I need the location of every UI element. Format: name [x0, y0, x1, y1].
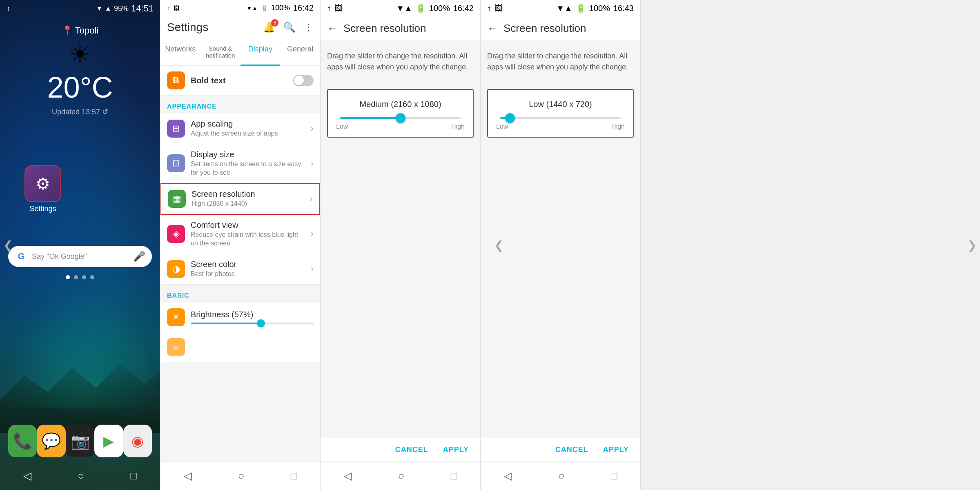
settings-signal-icon: ↑: [167, 4, 170, 12]
res-medium-nav-recent-button[interactable]: □: [451, 470, 457, 482]
app-scaling-text: App scaling Adjust the screen size of ap…: [191, 119, 305, 138]
comfort-view-row[interactable]: ◈ Comfort view Reduce eye strain with le…: [160, 215, 320, 254]
res-medium-chevron-left-icon[interactable]: ❮: [3, 238, 13, 252]
tab-general[interactable]: General: [280, 39, 320, 66]
dot-3: [82, 275, 86, 279]
res-low-nav-home-button[interactable]: ○: [558, 470, 565, 482]
res-medium-cancel-button[interactable]: CANCEL: [392, 444, 432, 456]
tab-networks[interactable]: Networks: [160, 39, 200, 66]
app-scaling-chevron-icon: ›: [311, 123, 314, 134]
chrome-app-icon[interactable]: ◉: [123, 425, 152, 457]
brightness-icon: ☀: [167, 308, 185, 326]
res-medium-content: Drag the slider to change the resolution…: [321, 41, 480, 438]
res-low-low-label: Low: [496, 123, 508, 130]
settings-wifi-icon: ▼▲: [246, 5, 258, 11]
messages-app-icon[interactable]: 💬: [37, 425, 65, 457]
nav-recent-button[interactable]: □: [131, 470, 137, 482]
google-search-bar[interactable]: G Say "Ok Google" 🎤: [8, 246, 152, 267]
settings-nav-bar: ◁ ○ □: [160, 461, 320, 490]
bold-text-toggle[interactable]: [293, 75, 314, 86]
res-medium-nav-bar: ◁ ○ □: [321, 461, 480, 490]
nav-back-button[interactable]: ◁: [23, 470, 31, 482]
res-medium-nav-home-button[interactable]: ○: [398, 470, 405, 482]
res-low-slider-labels: Low High: [496, 123, 625, 130]
messages-icon: 💬: [42, 432, 61, 450]
settings-nav-recent-button[interactable]: □: [291, 470, 297, 482]
tab-sound[interactable]: Sound & notification: [200, 39, 241, 66]
comfort-view-text: Comfort view Reduce eye strain with less…: [191, 220, 305, 248]
tab-display[interactable]: Display: [241, 39, 281, 66]
settings-nav-back-button[interactable]: ◁: [184, 470, 192, 482]
nav-home-button[interactable]: ○: [78, 470, 84, 482]
settings-battery-icon: 🔋: [261, 5, 268, 11]
mic-icon[interactable]: 🎤: [133, 251, 145, 262]
res-medium-battery-icon: 🔋: [416, 3, 426, 13]
bold-text-label: Bold text: [191, 76, 287, 85]
settings-page-title: Settings: [167, 21, 208, 34]
home-screen: ↑ ▼ ▲ 95% 14:51 📍 Topoli ☀ 20°C Updated …: [0, 0, 160, 490]
app-scaling-icon: ⊞: [167, 120, 185, 138]
app-scaling-desc: Adjust the screen size of apps: [191, 129, 305, 138]
screen-resolution-chevron-icon: ›: [310, 194, 313, 204]
screen-resolution-low-panel: ↑ 🖼 ▼▲ 🔋 100% 16:43 ← Screen resolution …: [480, 0, 640, 490]
weather-updated: Updated 13:57 ↺: [0, 107, 160, 116]
search-icon[interactable]: 🔍: [283, 22, 296, 33]
res-medium-time: 16:42: [453, 4, 474, 13]
res-low-slider-track[interactable]: [500, 117, 621, 119]
res-low-signal-icon: ↑: [487, 4, 491, 13]
display-size-name: Display size: [191, 150, 305, 159]
res-medium-apply-button[interactable]: APPLY: [440, 444, 472, 456]
res-low-chevron-left-icon[interactable]: ❮: [494, 238, 503, 252]
display-size-chevron-icon: ›: [311, 158, 314, 169]
settings-app-icon[interactable]: ⚙: [24, 165, 61, 202]
app-dock: 📞 💬 📷 ▶ ◉: [0, 425, 160, 457]
res-low-nav-recent-button[interactable]: □: [611, 470, 617, 482]
res-low-cancel-button[interactable]: CANCEL: [552, 444, 592, 456]
home-battery-percent: 95%: [114, 4, 129, 13]
play-store-app-icon[interactable]: ▶: [94, 425, 123, 457]
res-medium-slider-fill: [340, 117, 401, 119]
screen-color-chevron-icon: ›: [311, 264, 314, 274]
brightness-slider-fill: [191, 323, 261, 324]
res-medium-description: Drag the slider to change the resolution…: [327, 51, 474, 73]
screen-color-text: Screen color Best for photos: [191, 260, 305, 278]
res-low-apply-button[interactable]: APPLY: [600, 444, 632, 456]
notification-bell-icon[interactable]: 🔔 6: [263, 22, 275, 33]
comfort-view-icon: ◈: [167, 225, 185, 243]
brightness-slider[interactable]: [191, 323, 314, 324]
bold-text-icon: B: [167, 71, 185, 89]
settings-battery-pct: 100%: [271, 4, 290, 12]
res-medium-title: Screen resolution: [343, 22, 426, 35]
notification-badge: 6: [271, 19, 278, 27]
res-medium-slider-thumb: [396, 113, 405, 123]
auto-brightness-row[interactable]: ☼: [160, 332, 320, 362]
app-scaling-row[interactable]: ⊞ App scaling Adjust the screen size of …: [160, 114, 320, 144]
res-medium-back-button[interactable]: ←: [327, 22, 338, 35]
res-low-back-button[interactable]: ←: [487, 22, 498, 35]
brightness-slider-thumb: [257, 319, 265, 327]
res-low-content: Drag the slider to change the resolution…: [481, 41, 640, 438]
res-medium-low-label: Low: [336, 123, 348, 130]
display-size-row[interactable]: ⊡ Display size Set items on the screen t…: [160, 144, 320, 183]
comfort-view-name: Comfort view: [191, 220, 305, 230]
dot-2: [74, 275, 78, 279]
res-medium-high-label: High: [451, 123, 465, 130]
res-low-action-buttons: CANCEL APPLY: [481, 438, 640, 461]
res-low-time: 16:43: [613, 4, 634, 13]
res-medium-battery-pct: 100%: [429, 4, 450, 13]
display-size-desc: Set items on the screen to a size easy f…: [191, 160, 305, 177]
settings-nav-home-button[interactable]: ○: [238, 470, 245, 482]
res-low-nav-back-button[interactable]: ◁: [504, 470, 512, 482]
res-medium-nav-back-button[interactable]: ◁: [344, 470, 352, 482]
phone-app-icon[interactable]: 📞: [8, 425, 37, 457]
camera-app-icon[interactable]: 📷: [66, 425, 94, 457]
screen-color-row[interactable]: ◑ Screen color Best for photos ›: [160, 254, 320, 285]
res-medium-header: ← Screen resolution: [321, 16, 480, 41]
res-medium-slider-track[interactable]: [340, 117, 461, 119]
auto-brightness-icon: ☼: [167, 338, 185, 356]
screen-resolution-row[interactable]: ▦ Screen resolution High (2880 x 1440) ›: [160, 183, 320, 215]
bold-text-row: B Bold text: [160, 66, 320, 96]
more-options-icon[interactable]: ⋮: [304, 22, 314, 33]
res-low-chevron-right-icon[interactable]: ❯: [967, 238, 977, 252]
settings-app-label: Settings: [24, 205, 61, 213]
